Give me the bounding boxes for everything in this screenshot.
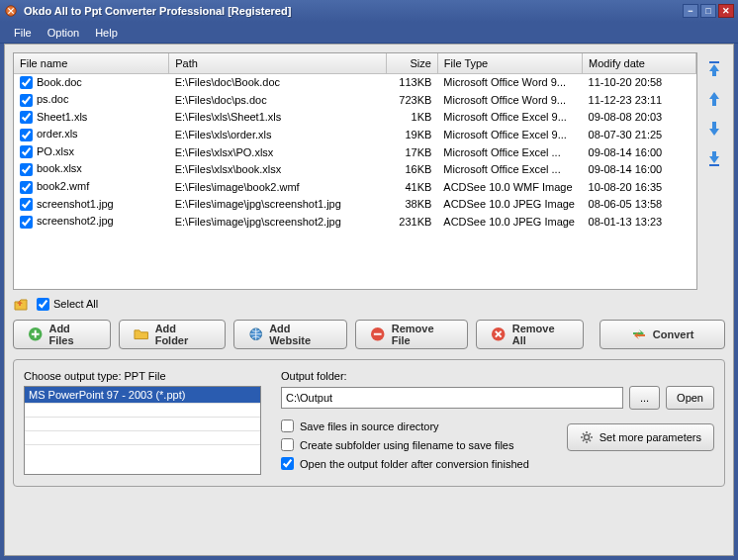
- move-down-button[interactable]: [706, 120, 722, 138]
- table-row[interactable]: screenshot2.jpgE:\Files\image\jpg\screen…: [14, 213, 696, 231]
- row-checkbox[interactable]: [20, 94, 33, 107]
- add-files-button[interactable]: Add Files: [13, 320, 111, 349]
- maximize-button[interactable]: □: [700, 4, 716, 18]
- add-files-icon: [28, 327, 43, 342]
- output-type-list[interactable]: MS PowerPoint 97 - 2003 (*.ppt): [24, 386, 261, 475]
- remove-file-button[interactable]: Remove File: [355, 320, 468, 349]
- row-checkbox[interactable]: [20, 145, 33, 158]
- menu-help[interactable]: Help: [87, 24, 126, 42]
- table-row[interactable]: PO.xlsxE:\Files\xlsx\PO.xlsx17KBMicrosof…: [14, 143, 696, 161]
- app-logo-icon: [4, 4, 18, 18]
- output-folder-input[interactable]: [281, 387, 623, 409]
- folder-icon: [134, 327, 148, 342]
- create-subfolder-checkbox[interactable]: Create subfolder using filename to save …: [281, 438, 547, 451]
- minimize-button[interactable]: −: [683, 4, 698, 18]
- row-checkbox[interactable]: [20, 216, 33, 229]
- titlebar: Okdo All to Ppt Converter Professional […: [0, 0, 738, 22]
- col-header-path[interactable]: Path: [169, 53, 386, 73]
- move-top-button[interactable]: [706, 60, 722, 78]
- row-checkbox[interactable]: [20, 198, 33, 211]
- table-row[interactable]: Sheet1.xlsE:\Files\xls\Sheet1.xls1KBMicr…: [14, 109, 696, 127]
- window-title: Okdo All to Ppt Converter Professional […: [24, 5, 683, 17]
- col-header-type[interactable]: File Type: [437, 53, 582, 73]
- col-header-name[interactable]: File name: [14, 53, 169, 73]
- remove-all-icon: [491, 327, 506, 342]
- convert-icon: [631, 327, 647, 342]
- table-row[interactable]: book.xlsxE:\Files\xlsx\book.xlsx16KBMicr…: [14, 160, 696, 178]
- col-header-date[interactable]: Modify date: [583, 53, 696, 73]
- file-list[interactable]: File name Path Size File Type Modify dat…: [13, 52, 697, 290]
- menu-file[interactable]: File: [6, 24, 40, 42]
- row-checkbox[interactable]: [20, 129, 33, 141]
- set-parameters-button[interactable]: Set more parameters: [567, 423, 714, 451]
- row-checkbox[interactable]: [20, 181, 33, 194]
- move-bottom-button[interactable]: [706, 149, 722, 167]
- browse-button[interactable]: ...: [629, 386, 660, 410]
- add-website-button[interactable]: Add Website: [233, 320, 348, 349]
- reorder-controls: [703, 52, 725, 290]
- select-all-checkbox[interactable]: Select All: [37, 298, 98, 311]
- svg-rect-2: [709, 164, 719, 166]
- table-row[interactable]: order.xlsE:\Files\xls\order.xls19KBMicro…: [14, 126, 696, 143]
- open-after-checkbox[interactable]: Open the output folder after conversion …: [281, 457, 547, 470]
- menubar: File Option Help: [0, 22, 738, 44]
- options-panel: Choose output type: PPT File MS PowerPoi…: [13, 359, 725, 487]
- add-folder-button[interactable]: Add Folder: [119, 320, 225, 349]
- table-row[interactable]: screenshot1.jpgE:\Files\image\jpg\screen…: [14, 196, 696, 214]
- col-header-size[interactable]: Size: [386, 53, 437, 73]
- move-up-button[interactable]: [706, 90, 722, 108]
- output-type-option[interactable]: MS PowerPoint 97 - 2003 (*.ppt): [25, 387, 260, 403]
- convert-button[interactable]: Convert: [600, 320, 725, 349]
- open-folder-button[interactable]: Open: [666, 386, 714, 410]
- table-row[interactable]: ps.docE:\Files\doc\ps.doc723KBMicrosoft …: [14, 91, 696, 109]
- svg-point-8: [584, 435, 589, 440]
- row-checkbox[interactable]: [20, 163, 33, 176]
- up-folder-icon[interactable]: [13, 296, 29, 312]
- table-row[interactable]: Book.docE:\Files\doc\Book.doc113KBMicros…: [14, 73, 696, 91]
- output-folder-label: Output folder:: [281, 370, 714, 382]
- toolbar: Add Files Add Folder Add Website Remove …: [13, 320, 725, 349]
- svg-rect-6: [374, 333, 382, 335]
- gear-icon: [580, 430, 594, 444]
- close-button[interactable]: ✕: [718, 4, 734, 18]
- save-source-checkbox[interactable]: Save files in source directory: [281, 420, 547, 432]
- table-row[interactable]: book2.wmfE:\Files\image\book2.wmf41KBACD…: [14, 178, 696, 196]
- choose-output-type-label: Choose output type: PPT File: [24, 370, 261, 382]
- menu-option[interactable]: Option: [40, 24, 87, 42]
- client-area: File name Path Size File Type Modify dat…: [4, 44, 734, 556]
- remove-icon: [370, 327, 385, 342]
- select-all-label: Select All: [53, 298, 98, 310]
- remove-all-button[interactable]: Remove All: [476, 320, 584, 349]
- globe-icon: [248, 327, 263, 342]
- row-checkbox[interactable]: [20, 111, 33, 124]
- row-checkbox[interactable]: [20, 76, 33, 89]
- svg-rect-1: [709, 61, 719, 63]
